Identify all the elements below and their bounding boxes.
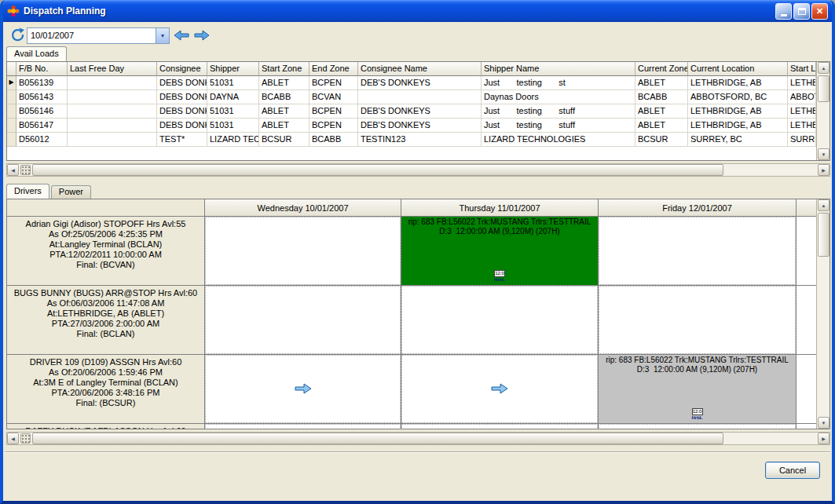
cell[interactable]: TESTIN123 [358,133,482,147]
cell[interactable]: BCVAN [309,90,358,104]
scrollbar-thumb[interactable] [818,75,830,102]
schedule-cell[interactable] [401,286,599,355]
row-selector[interactable] [7,119,16,133]
cell[interactable]: LETHBRIDGE, AB [688,76,788,90]
cell[interactable]: ABBOTSFORD, BC [688,90,788,104]
schedule-cell[interactable]: rip: 683 FB:L56022 Trk:MUSTANG Trlrs:TES… [401,217,599,286]
scrollbar-thumb[interactable] [32,433,723,444]
trip-block[interactable]: rip: 683 FB:L56022 Trk:MUSTANG Trlrs:TES… [599,355,796,423]
schedule-cell[interactable] [599,286,797,355]
schedule-cell[interactable] [205,286,401,355]
cell[interactable]: LETHBRIDGE, AB [688,104,788,119]
cell[interactable]: Daynas Doors [482,90,635,104]
cell[interactable]: ABLET [635,76,688,90]
titlebar[interactable]: Dispatch Planning ✕ [3,0,832,22]
schedule-vertical-scrollbar[interactable]: ▲ ▼ [816,199,830,429]
cell[interactable]: DEB'S DONKEYS [358,119,482,133]
close-button[interactable]: ✕ [811,3,828,20]
cell[interactable] [68,119,157,133]
tab-drivers[interactable]: Drivers [6,184,49,199]
schedule-horizontal-scrollbar[interactable]: ◀ ▶ [6,432,830,445]
refresh-button[interactable] [9,27,26,44]
driver-info-cell[interactable]: DAFFY DUCK (DAFD) ASSGN Hrs Avl:60 [7,424,205,429]
cell[interactable] [68,133,157,147]
loads-vertical-scrollbar[interactable]: ▲ ▼ [816,62,830,160]
cell[interactable]: ABLET [259,119,309,133]
column-header[interactable]: End Zone [309,62,358,76]
cell[interactable]: D56012 [16,133,68,147]
table-row[interactable]: B056146DEBS DONKE51031ABLETBCPENDEB'S DO… [7,104,816,119]
column-header[interactable]: Consignee Name [358,62,482,76]
splitter-grip[interactable] [20,165,31,175]
cell[interactable]: DEB'S DONKEYS [358,76,482,90]
maximize-button[interactable] [793,3,810,20]
column-header[interactable]: Start L [788,62,816,76]
scroll-down-button[interactable]: ▼ [818,417,830,429]
cell[interactable]: ABLET [635,104,688,119]
cell[interactable]: BCPEN [309,104,358,119]
minimize-button[interactable] [775,3,792,20]
row-selector[interactable] [7,104,16,119]
cell[interactable]: B056146 [16,104,68,119]
scroll-right-button[interactable]: ▶ [818,164,830,176]
combo-dropdown-button[interactable]: ▼ [156,28,169,43]
cell[interactable]: 51031 [207,119,259,133]
cell[interactable]: LETHB [788,104,816,119]
column-header[interactable]: Shipper [207,62,259,76]
cancel-button[interactable]: Cancel [765,462,820,479]
cell[interactable]: BCSUR [259,133,309,147]
tab-avail-loads[interactable]: Avail Loads [6,46,67,61]
schedule-cell[interactable] [205,217,401,286]
cell[interactable]: Just testing st [482,76,635,90]
schedule-cell[interactable]: rip: 683 FB:L56022 Trk:MUSTANG Trlrs:TES… [599,355,797,424]
cell[interactable]: B056143 [16,90,68,104]
cell[interactable]: ABLET [259,104,309,119]
schedule-cell[interactable] [599,424,797,429]
cell[interactable]: LETHB [788,76,816,90]
scrollbar-thumb[interactable] [818,213,830,257]
scroll-up-button[interactable]: ▲ [818,62,830,74]
column-header[interactable]: Current Zone [635,62,688,76]
column-header[interactable]: Current Location [688,62,788,76]
cell[interactable]: BCSUR [635,133,688,147]
scroll-left-button[interactable]: ◀ [7,433,19,444]
row-selector[interactable]: ▶ [7,76,16,90]
schedule-cell[interactable] [599,217,797,286]
scrollbar-track[interactable] [32,164,818,176]
cell[interactable]: DEBS DONKE [157,76,207,90]
cell[interactable]: ABLET [259,76,309,90]
next-day-button[interactable] [193,28,211,44]
cell[interactable]: LIZARD TEC [207,133,259,147]
cell[interactable]: LIZARD TECHNOLOGIES [482,133,635,147]
driver-info-cell[interactable]: DRIVER 109 (D109) ASSGN Hrs Avl:60As Of:… [7,355,205,424]
column-header[interactable]: Start Zone [259,62,309,76]
cell[interactable]: Just testing stuff [482,119,635,133]
cell[interactable]: BCABB [309,133,358,147]
cell[interactable] [68,90,157,104]
loads-horizontal-scrollbar[interactable]: ◀ ▶ [6,163,830,177]
column-header[interactable]: Last Free Day [68,62,157,76]
cell[interactable]: SURRE [788,133,816,147]
splitter-grip[interactable] [20,433,31,444]
table-row[interactable]: ▶B056139DEBS DONKE51031ABLETBCPENDEB'S D… [7,76,816,90]
driver-info-cell[interactable]: Adrian Gigi (Adisor) STOPOFF Hrs Avl:55A… [7,217,205,286]
driver-info-cell[interactable]: BUGS BUNNY (BUGS) ARR@STOP Hrs Avl:60As … [7,286,205,355]
cell[interactable] [68,76,157,90]
scroll-up-button[interactable]: ▲ [818,199,830,211]
cell[interactable]: DEBS DONKE [157,119,207,133]
cell[interactable]: 51031 [207,76,259,90]
cell[interactable]: LETHB [788,119,816,133]
column-header[interactable]: Shipper Name [482,62,635,76]
cell[interactable]: DAYNA [207,90,259,104]
column-header[interactable]: Consignee [157,62,207,76]
cell[interactable]: DEB'S DONKEYS [358,104,482,119]
cell[interactable] [358,90,482,104]
cell[interactable]: BCPEN [309,76,358,90]
trip-block[interactable]: rip: 683 FB:L56022 Trk:MUSTANG Trlrs:TES… [401,217,598,285]
app-icon[interactable] [7,5,20,17]
cell[interactable]: B056139 [16,76,68,90]
schedule-cell[interactable] [401,355,599,424]
cell[interactable]: 51031 [207,104,259,119]
cell[interactable]: B056147 [16,119,68,133]
cell[interactable]: DEBS DONKE [157,104,207,119]
